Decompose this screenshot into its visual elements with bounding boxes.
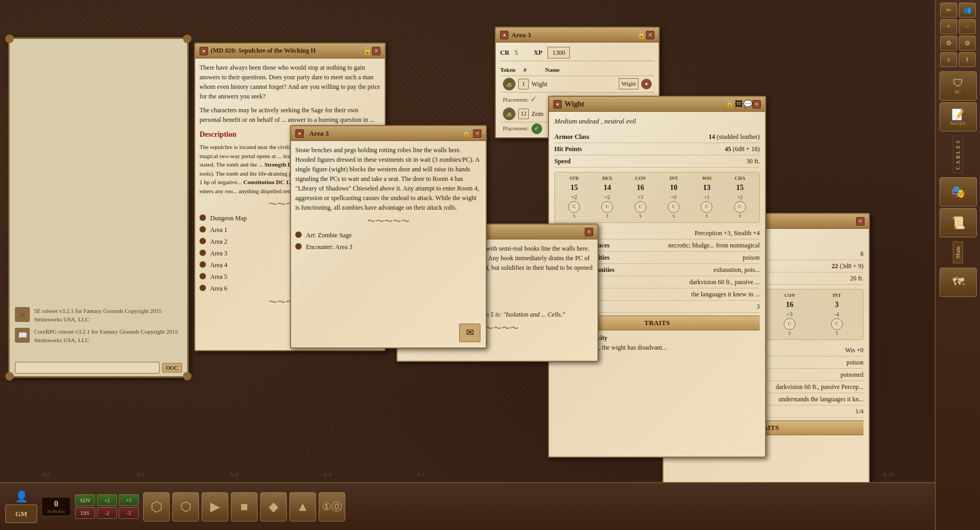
dis-btn[interactable]: DIS [75, 507, 95, 519]
wight-str-c[interactable]: C [568, 201, 580, 213]
area3-small-header: ● Area 3 🔒 ✕ [291, 126, 486, 141]
toolbar-cut-btn[interactable]: ✂ [940, 3, 957, 18]
modifier-group: ADV +2 +5 DIS -2 -5 [75, 494, 139, 519]
area3-link-encounter[interactable]: Encounter: Area 3 [295, 242, 481, 252]
area3-encounter-link[interactable]: Encounter: Area 3 [306, 242, 352, 252]
wight-skills-value: Perception +3, Stealth +4 [695, 228, 760, 238]
plus2-btn[interactable]: +2 [97, 494, 117, 506]
wight-challenge-value: 3 [757, 302, 760, 311]
wight-con-c[interactable]: C [635, 201, 646, 213]
area3-combat-header: ● Area 3 🔒 ✕ [496, 28, 659, 43]
wight-di-value: poison [743, 253, 760, 262]
adv-btn[interactable]: ADV [75, 494, 95, 506]
ooc-input[interactable] [15, 362, 160, 374]
zombie-con-s: S [784, 330, 795, 337]
wight-name-input[interactable]: Wight [619, 78, 638, 89]
pc-btn[interactable]: 🛡 PC [940, 71, 977, 101]
toolbar-gear1-btn[interactable]: ⚙ [940, 36, 957, 51]
notes-btn[interactable]: 📝 NOTES [940, 102, 977, 131]
notes-icon: 📝 [951, 108, 965, 121]
story-close-btn[interactable]: ✕ [372, 47, 380, 55]
version-icon-2: 📖 [15, 328, 30, 343]
wight-chat-icon[interactable]: 💬 [743, 100, 752, 109]
story-icon: 📜 [951, 216, 965, 230]
main-tab[interactable]: Main [953, 242, 963, 263]
area3-link[interactable]: Area 3 [210, 249, 227, 258]
zombie-con-c[interactable]: C [784, 318, 795, 330]
area3-envelope[interactable]: ✉ [459, 324, 480, 342]
wight-menu-btn[interactable]: ● [641, 79, 652, 89]
plus5-btn[interactable]: +5 [119, 494, 139, 506]
story-btn[interactable]: 📜 [940, 208, 977, 237]
minus2-btn[interactable]: -2 [97, 507, 117, 519]
d20-icon: ⬡ [151, 499, 163, 515]
d8-icon: ■ [240, 500, 248, 514]
zombie-close[interactable]: ✕ [856, 217, 865, 226]
wight-speed-row: Speed 30 ft. [554, 155, 760, 168]
toolbar-walk-btn[interactable]: 🚶 [959, 52, 976, 67]
area3-small-close[interactable]: ✕ [473, 129, 481, 138]
dice-d10[interactable]: ▶ [202, 492, 228, 521]
wight-lang-value: the languages it knew in ... [691, 289, 760, 299]
area6-link[interactable]: Area 6 [210, 284, 227, 293]
d4-icon: ▲ [296, 500, 309, 514]
wight-dex-c[interactable]: C [601, 201, 613, 213]
zombie-ci-value: poisoned [841, 370, 863, 379]
area3-small-panel: ● Area 3 🔒 ✕ Stone benches and pegs hold… [290, 125, 487, 349]
wight-str: STR 15 +2 C S [568, 175, 580, 220]
wight-name: Wight [531, 79, 616, 89]
wight-close[interactable]: ✕ [752, 100, 761, 109]
toolbar-gear2-btn[interactable]: ⚙ [959, 36, 976, 51]
envelope-icon[interactable]: ✉ [459, 324, 480, 342]
pc-icon: 🛡 [953, 77, 964, 89]
toolbar-group-btn[interactable]: 👥 [959, 3, 976, 18]
wight-int-s: S [668, 213, 679, 220]
toolbar-plusminus-btn[interactable]: ± [940, 52, 957, 67]
dungeon-map-link[interactable]: Dungeon Map [210, 213, 247, 223]
area3-art-link[interactable]: Art: Zombie Sage [306, 230, 352, 240]
ooc-btn[interactable]: OOC [162, 363, 182, 372]
modifier-row-top: ADV +2 +5 [75, 494, 139, 506]
area3-small-title: Area 3 [309, 129, 460, 138]
dice-d4[interactable]: ▲ [289, 492, 316, 521]
bullet-dot-2 [200, 226, 206, 233]
dice-d12[interactable]: ⬡ [172, 492, 199, 521]
zombie-token-icon: 🧟 [503, 107, 516, 120]
wight-int-c[interactable]: C [668, 201, 679, 213]
map-btn[interactable]: 🗺 [940, 268, 977, 297]
bullet-dot-3 [200, 238, 206, 244]
left-sidebar-panel: ⚔ 5E ruleset v3.2.1 for Fantasy Grounds … [8, 37, 189, 378]
toolbar-add-btn[interactable]: + [940, 19, 957, 34]
masks-btn[interactable]: 🎭 [940, 177, 977, 206]
wight-ac-label: Armor Class [554, 132, 589, 142]
wight-portrait-icon[interactable]: 🖼 [735, 100, 742, 109]
dice-d8[interactable]: ■ [231, 492, 258, 521]
hash-label: # [524, 65, 527, 74]
toolbar-sub-btn[interactable]: − [959, 19, 976, 34]
area1-link[interactable]: Area 1 [210, 225, 227, 235]
wight-wis-c[interactable]: C [701, 201, 712, 213]
token-header: Token # Name [500, 64, 654, 76]
area4-close[interactable]: ✕ [585, 228, 593, 236]
xp-value[interactable]: 1300 [547, 47, 570, 59]
zombie-speed-value: 20 ft. [850, 274, 863, 283]
wight-subtitle: Medium undead , neutral evil [554, 116, 760, 127]
wight-ci-value: exhaustion, pois... [713, 265, 760, 275]
area4-link[interactable]: Area 4 [210, 260, 227, 270]
minus5-btn[interactable]: -5 [119, 507, 139, 519]
dice-d20[interactable]: ⬡ [143, 492, 170, 521]
area3-link-art[interactable]: Art: Zombie Sage [295, 230, 481, 240]
zombie-int-c[interactable]: C [831, 318, 843, 330]
area2-link[interactable]: Area 2 [210, 237, 227, 246]
story-intro2: The characters may be actively seeking t… [200, 105, 380, 125]
story-intro: There have always been those who would s… [200, 63, 380, 101]
map-icon: 🗺 [952, 275, 964, 289]
dice-d100[interactable]: ①⓪ [319, 492, 345, 521]
area5-link[interactable]: Area 5 [210, 272, 227, 281]
dice-group: ⬡ ⬡ ▶ ■ ◆ ▲ ①⓪ [143, 492, 345, 521]
combat-close[interactable]: ✕ [646, 31, 654, 39]
wight-cha-c[interactable]: C [734, 201, 746, 213]
d100-icon: ①⓪ [322, 500, 342, 514]
bullet-dot-1 [200, 214, 206, 221]
dice-d6[interactable]: ◆ [260, 492, 287, 521]
